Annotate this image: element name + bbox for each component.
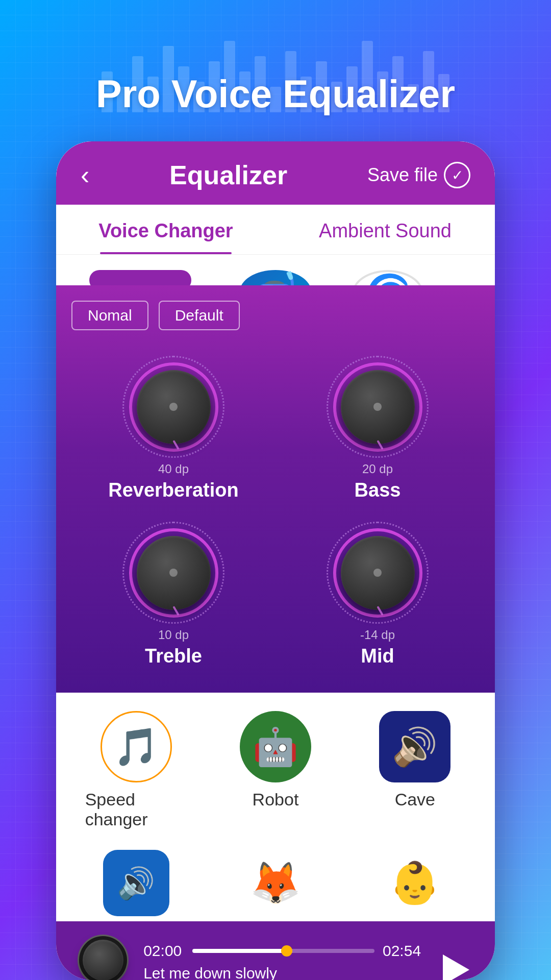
- tab-ambient-sound[interactable]: Ambient Sound: [276, 205, 495, 254]
- speed-changer-icon: 🎵: [101, 711, 172, 782]
- preset-music-professional-icon: 🎹 Pro: [89, 270, 191, 285]
- player-time-total: 02:54: [383, 942, 423, 960]
- player-thumbnail: [78, 935, 129, 980]
- robot-icon: 🤖: [240, 711, 311, 782]
- player-info: 02:00 02:54 Let me down slowly <unknown>: [143, 942, 423, 980]
- knob-mid-label: Mid: [361, 645, 394, 667]
- knob-mid-dot: [373, 569, 382, 577]
- app-title: Equalizer: [169, 160, 287, 190]
- knob-treble-outer: [122, 522, 224, 624]
- presets-row: 🎹 Pro Music professional 🤿 Under water 🌀…: [56, 255, 495, 285]
- player-progress-dot: [281, 945, 292, 957]
- mini-effect-1-icon: 🔊: [103, 850, 169, 916]
- knob-mid-value: -14 dp: [360, 628, 395, 642]
- knob-treble[interactable]: 10 dp Treble: [71, 511, 276, 677]
- knob-treble-dot: [169, 569, 178, 577]
- preset-under-water-icon: 🤿: [240, 270, 311, 285]
- page-title: Pro Voice Equalizer: [96, 71, 455, 116]
- app-header: ‹ Equalizer Save file ✓: [56, 141, 495, 205]
- knob-mid-outer: [327, 522, 429, 624]
- mini-effect-3-icon: 👶: [382, 850, 448, 916]
- tab-bar: Voice Changer Ambient Sound: [56, 205, 495, 255]
- player-song-name: Let me down slowly: [143, 965, 423, 980]
- knob-bass-label: Bass: [355, 479, 401, 501]
- knob-treble-ring: [129, 528, 218, 618]
- cave-icon: 🔊: [379, 711, 450, 782]
- play-icon: [443, 954, 469, 980]
- knob-reverberation-label: Reverberation: [108, 479, 239, 501]
- knob-mid-inner: [341, 536, 415, 610]
- knob-reverberation-inner: [137, 370, 211, 444]
- mini-effects-row: 🔊 🦊 👶: [56, 840, 495, 921]
- save-file-button[interactable]: Save file ✓: [367, 162, 470, 188]
- knob-reverberation-outer: [122, 356, 224, 458]
- save-file-icon: ✓: [444, 162, 470, 188]
- knob-reverberation[interactable]: 40 dp Reverberation: [71, 346, 276, 511]
- preset-spiral-icon: 🌀: [352, 270, 423, 285]
- knob-bass-ring: [333, 362, 422, 452]
- player-bar: 13dpNoise reduction 02:00 02:54 Let me d…: [56, 921, 495, 980]
- normal-button[interactable]: Nomal: [71, 301, 148, 330]
- knob-reverberation-dot: [169, 403, 178, 411]
- player-play-button[interactable]: [436, 949, 477, 980]
- knob-reverberation-value: 40 dp: [158, 462, 189, 476]
- knob-mid-ring: [333, 528, 422, 618]
- knob-treble-label: Treble: [145, 645, 202, 667]
- tab-voice-changer[interactable]: Voice Changer: [56, 205, 276, 254]
- player-time-row: 02:00 02:54: [143, 942, 423, 960]
- save-file-label: Save file: [367, 164, 438, 186]
- knob-bass-outer: [327, 356, 429, 458]
- knob-bass[interactable]: 20 dp Bass: [276, 346, 480, 511]
- mini-effect-1[interactable]: 🔊: [85, 850, 187, 916]
- effect-cave[interactable]: 🔊 Cave: [364, 711, 466, 829]
- cave-label: Cave: [395, 790, 435, 810]
- knob-bass-value: 20 dp: [362, 462, 393, 476]
- knob-mid[interactable]: -14 dp Mid: [276, 511, 480, 677]
- player-time-current: 02:00: [143, 942, 184, 960]
- speed-changer-label: Speed changer: [85, 790, 187, 829]
- eq-panel: Nomal Default 40 dp Reverberation: [56, 285, 495, 693]
- knob-bass-dot: [373, 403, 382, 411]
- phone-mockup: ‹ Equalizer Save file ✓ Voice Changer Am…: [56, 141, 495, 980]
- back-button[interactable]: ‹: [81, 160, 89, 190]
- knob-bass-inner: [341, 370, 415, 444]
- eq-buttons: Nomal Default: [71, 301, 480, 330]
- player-progress-fill: [192, 949, 292, 953]
- knob-reverberation-ring: [129, 362, 218, 452]
- mini-effect-2[interactable]: 🦊: [224, 850, 327, 916]
- robot-label: Robot: [253, 790, 299, 810]
- mini-effect-2-icon: 🦊: [242, 850, 309, 916]
- default-button[interactable]: Default: [159, 301, 240, 330]
- knob-treble-value: 10 dp: [158, 628, 189, 642]
- mini-effect-3[interactable]: 👶: [364, 850, 466, 916]
- effect-speed-changer[interactable]: 🎵 Speed changer: [85, 711, 187, 829]
- player-progress-bar[interactable]: [192, 949, 374, 953]
- effect-robot[interactable]: 🤖 Robot: [224, 711, 327, 829]
- effects-row: 🎵 Speed changer 🤖 Robot 🔊 Cave: [56, 693, 495, 840]
- knob-treble-inner: [137, 536, 211, 610]
